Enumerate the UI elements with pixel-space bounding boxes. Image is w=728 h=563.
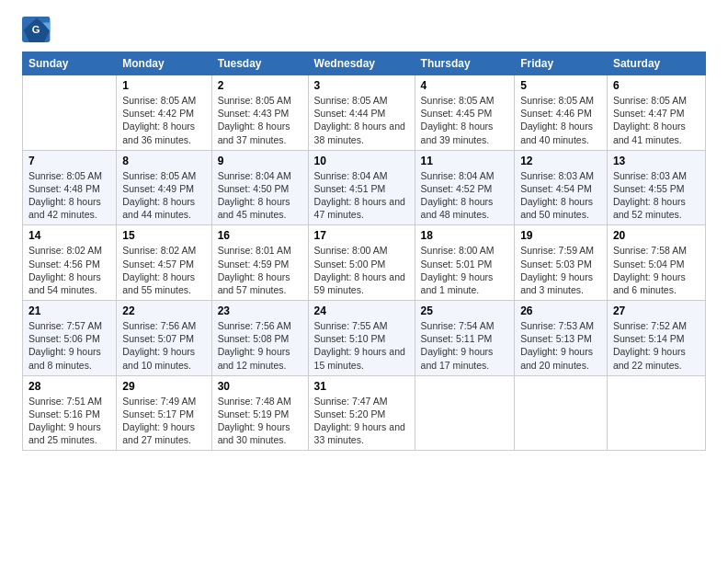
day-info: Sunrise: 7:59 AMSunset: 5:03 PMDaylight:… bbox=[520, 245, 594, 295]
calendar-week-row: 14 Sunrise: 8:02 AMSunset: 4:56 PMDaylig… bbox=[23, 225, 706, 301]
day-info: Sunrise: 8:00 AMSunset: 5:00 PMDaylight:… bbox=[314, 245, 405, 295]
header: G bbox=[22, 17, 706, 42]
calendar-cell: 14 Sunrise: 8:02 AMSunset: 4:56 PMDaylig… bbox=[23, 225, 117, 301]
calendar-week-row: 28 Sunrise: 7:51 AMSunset: 5:16 PMDaylig… bbox=[23, 375, 706, 451]
day-info: Sunrise: 7:55 AMSunset: 5:10 PMDaylight:… bbox=[314, 320, 405, 371]
calendar-cell: 19 Sunrise: 7:59 AMSunset: 5:03 PMDaylig… bbox=[515, 225, 608, 301]
calendar-cell: 13 Sunrise: 8:03 AMSunset: 4:55 PMDaylig… bbox=[607, 150, 705, 225]
day-info: Sunrise: 7:56 AMSunset: 5:07 PMDaylight:… bbox=[122, 320, 196, 371]
day-info: Sunrise: 8:04 AMSunset: 4:52 PMDaylight:… bbox=[421, 170, 495, 221]
calendar-cell: 10 Sunrise: 8:04 AMSunset: 4:51 PMDaylig… bbox=[308, 150, 415, 225]
calendar-table: SundayMondayTuesdayWednesdayThursdayFrid… bbox=[22, 52, 706, 451]
day-number: 7 bbox=[28, 155, 110, 167]
day-info: Sunrise: 7:47 AMSunset: 5:20 PMDaylight:… bbox=[314, 396, 405, 446]
day-info: Sunrise: 8:02 AMSunset: 4:56 PMDaylight:… bbox=[28, 245, 102, 295]
day-info: Sunrise: 8:01 AMSunset: 4:59 PMDaylight:… bbox=[218, 245, 291, 295]
day-info: Sunrise: 8:05 AMSunset: 4:42 PMDaylight:… bbox=[122, 95, 196, 145]
day-number: 2 bbox=[218, 79, 302, 92]
calendar-cell: 11 Sunrise: 8:04 AMSunset: 4:52 PMDaylig… bbox=[415, 150, 515, 225]
day-info: Sunrise: 8:03 AMSunset: 4:54 PMDaylight:… bbox=[520, 170, 594, 221]
day-info: Sunrise: 8:05 AMSunset: 4:49 PMDaylight:… bbox=[122, 170, 196, 221]
calendar-cell: 22 Sunrise: 7:56 AMSunset: 5:07 PMDaylig… bbox=[117, 301, 211, 376]
calendar-cell: 18 Sunrise: 8:00 AMSunset: 5:01 PMDaylig… bbox=[415, 225, 515, 301]
day-number: 25 bbox=[421, 304, 509, 317]
day-number: 16 bbox=[218, 229, 302, 242]
weekday-header: Friday bbox=[515, 52, 608, 75]
calendar-cell: 6 Sunrise: 8:05 AMSunset: 4:47 PMDayligh… bbox=[607, 75, 705, 151]
weekday-header: Sunday bbox=[23, 52, 117, 75]
calendar-cell: 9 Sunrise: 8:04 AMSunset: 4:50 PMDayligh… bbox=[211, 150, 308, 225]
day-info: Sunrise: 7:49 AMSunset: 5:17 PMDaylight:… bbox=[122, 396, 196, 446]
day-info: Sunrise: 8:02 AMSunset: 4:57 PMDaylight:… bbox=[122, 245, 196, 295]
day-number: 20 bbox=[613, 229, 700, 242]
day-number: 31 bbox=[314, 380, 409, 393]
day-number: 19 bbox=[520, 229, 601, 242]
day-info: Sunrise: 8:05 AMSunset: 4:45 PMDaylight:… bbox=[421, 95, 495, 145]
calendar-cell: 21 Sunrise: 7:57 AMSunset: 5:06 PMDaylig… bbox=[23, 301, 117, 376]
day-info: Sunrise: 8:04 AMSunset: 4:50 PMDaylight:… bbox=[218, 170, 291, 221]
day-info: Sunrise: 7:52 AMSunset: 5:14 PMDaylight:… bbox=[613, 320, 687, 371]
day-info: Sunrise: 7:54 AMSunset: 5:11 PMDaylight:… bbox=[421, 320, 495, 371]
calendar-cell: 16 Sunrise: 8:01 AMSunset: 4:59 PMDaylig… bbox=[211, 225, 308, 301]
calendar-cell: 23 Sunrise: 7:56 AMSunset: 5:08 PMDaylig… bbox=[211, 301, 308, 376]
calendar-cell: 8 Sunrise: 8:05 AMSunset: 4:49 PMDayligh… bbox=[117, 150, 211, 225]
day-number: 17 bbox=[314, 229, 409, 242]
day-info: Sunrise: 7:56 AMSunset: 5:08 PMDaylight:… bbox=[218, 320, 291, 371]
day-info: Sunrise: 8:05 AMSunset: 4:48 PMDaylight:… bbox=[28, 170, 102, 221]
day-number: 27 bbox=[613, 304, 700, 317]
calendar-cell: 2 Sunrise: 8:05 AMSunset: 4:43 PMDayligh… bbox=[211, 75, 308, 151]
day-info: Sunrise: 7:48 AMSunset: 5:19 PMDaylight:… bbox=[218, 396, 291, 446]
calendar-cell bbox=[415, 375, 515, 451]
day-number: 18 bbox=[421, 229, 509, 242]
calendar-cell: 30 Sunrise: 7:48 AMSunset: 5:19 PMDaylig… bbox=[211, 375, 308, 451]
weekday-header: Monday bbox=[117, 52, 211, 75]
day-number: 4 bbox=[421, 79, 509, 92]
day-number: 1 bbox=[122, 79, 205, 92]
logo-icon: G bbox=[22, 17, 51, 42]
calendar-cell: 5 Sunrise: 8:05 AMSunset: 4:46 PMDayligh… bbox=[515, 75, 608, 151]
day-number: 23 bbox=[218, 304, 302, 317]
day-number: 11 bbox=[421, 155, 509, 167]
day-number: 5 bbox=[520, 79, 601, 92]
calendar-cell: 12 Sunrise: 8:03 AMSunset: 4:54 PMDaylig… bbox=[515, 150, 608, 225]
calendar-cell bbox=[607, 375, 705, 451]
page: G SundayMondayTuesdayWednesdayThursdayFr… bbox=[0, 0, 728, 462]
calendar-cell: 4 Sunrise: 8:05 AMSunset: 4:45 PMDayligh… bbox=[415, 75, 515, 151]
day-info: Sunrise: 8:05 AMSunset: 4:44 PMDaylight:… bbox=[314, 95, 405, 145]
day-number: 9 bbox=[218, 155, 302, 167]
calendar-week-row: 7 Sunrise: 8:05 AMSunset: 4:48 PMDayligh… bbox=[23, 150, 706, 225]
day-number: 14 bbox=[28, 229, 110, 242]
day-number: 6 bbox=[613, 79, 700, 92]
calendar-cell: 1 Sunrise: 8:05 AMSunset: 4:42 PMDayligh… bbox=[117, 75, 211, 151]
weekday-header: Wednesday bbox=[308, 52, 415, 75]
calendar-cell: 28 Sunrise: 7:51 AMSunset: 5:16 PMDaylig… bbox=[23, 375, 117, 451]
day-number: 12 bbox=[520, 155, 601, 167]
calendar-cell: 17 Sunrise: 8:00 AMSunset: 5:00 PMDaylig… bbox=[308, 225, 415, 301]
calendar-cell: 24 Sunrise: 7:55 AMSunset: 5:10 PMDaylig… bbox=[308, 301, 415, 376]
calendar-cell: 15 Sunrise: 8:02 AMSunset: 4:57 PMDaylig… bbox=[117, 225, 211, 301]
calendar-week-row: 1 Sunrise: 8:05 AMSunset: 4:42 PMDayligh… bbox=[23, 75, 706, 151]
calendar-cell: 25 Sunrise: 7:54 AMSunset: 5:11 PMDaylig… bbox=[415, 301, 515, 376]
day-number: 30 bbox=[218, 380, 302, 393]
header-row: SundayMondayTuesdayWednesdayThursdayFrid… bbox=[23, 52, 706, 75]
calendar-cell: 31 Sunrise: 7:47 AMSunset: 5:20 PMDaylig… bbox=[308, 375, 415, 451]
calendar-week-row: 21 Sunrise: 7:57 AMSunset: 5:06 PMDaylig… bbox=[23, 301, 706, 376]
calendar-cell: 27 Sunrise: 7:52 AMSunset: 5:14 PMDaylig… bbox=[607, 301, 705, 376]
day-info: Sunrise: 8:00 AMSunset: 5:01 PMDaylight:… bbox=[421, 245, 495, 295]
day-info: Sunrise: 8:04 AMSunset: 4:51 PMDaylight:… bbox=[314, 170, 405, 221]
day-number: 15 bbox=[122, 229, 205, 242]
calendar-cell: 26 Sunrise: 7:53 AMSunset: 5:13 PMDaylig… bbox=[515, 301, 608, 376]
day-number: 10 bbox=[314, 155, 409, 167]
day-number: 13 bbox=[613, 155, 700, 167]
day-info: Sunrise: 8:03 AMSunset: 4:55 PMDaylight:… bbox=[613, 170, 687, 221]
calendar-cell: 29 Sunrise: 7:49 AMSunset: 5:17 PMDaylig… bbox=[117, 375, 211, 451]
day-number: 3 bbox=[314, 79, 409, 92]
day-info: Sunrise: 7:57 AMSunset: 5:06 PMDaylight:… bbox=[28, 320, 102, 371]
day-number: 24 bbox=[314, 304, 409, 317]
day-number: 8 bbox=[122, 155, 205, 167]
day-number: 28 bbox=[28, 380, 110, 393]
day-info: Sunrise: 7:53 AMSunset: 5:13 PMDaylight:… bbox=[520, 320, 594, 371]
day-info: Sunrise: 8:05 AMSunset: 4:43 PMDaylight:… bbox=[218, 95, 291, 145]
calendar-cell: 3 Sunrise: 8:05 AMSunset: 4:44 PMDayligh… bbox=[308, 75, 415, 151]
day-number: 29 bbox=[122, 380, 205, 393]
